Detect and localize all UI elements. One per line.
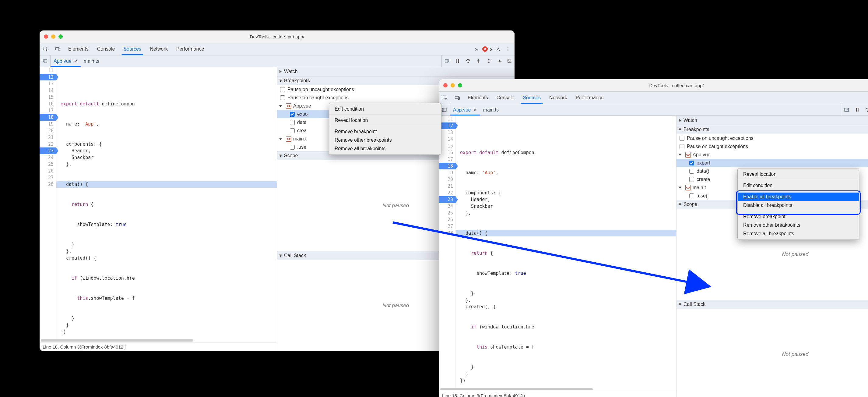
bp-line-12[interactable]: export 12 [677, 159, 868, 167]
titlebar[interactable]: DevTools - coffee-cart.app/ [439, 79, 868, 92]
error-icon: ✕ [482, 46, 488, 52]
bp-file-app-vue[interactable]: <>App.vue [677, 150, 868, 159]
menu-remove-other-bps[interactable]: Remove other breakpoints [329, 136, 441, 144]
close-button[interactable] [44, 34, 48, 39]
svg-rect-10 [458, 59, 459, 63]
titlebar[interactable]: DevTools - coffee-cart.app/ [39, 30, 515, 43]
cursor-position: Line 18, Column 3 [442, 393, 479, 397]
context-menu[interactable]: Reveal location Edit condition Enable al… [737, 168, 859, 240]
window-title: DevTools - coffee-cart.app/ [43, 34, 511, 39]
context-menu[interactable]: Edit condition Reveal location Remove br… [329, 103, 441, 155]
tab-performance[interactable]: Performance [172, 43, 209, 55]
inspect-icon[interactable] [39, 43, 52, 55]
svg-point-3 [497, 49, 499, 50]
inspect-icon[interactable] [439, 92, 451, 104]
tab-sources[interactable]: Sources [119, 43, 146, 55]
main-toolbar: Elements Console Sources Network Perform… [439, 92, 868, 104]
tab-elements[interactable]: Elements [64, 43, 93, 55]
close-button[interactable] [443, 83, 447, 87]
devtools-window-right: DevTools - coffee-cart.app/ Elements Con… [439, 79, 868, 397]
tab-network[interactable]: Network [146, 43, 172, 55]
minimize-button[interactable] [51, 34, 55, 39]
menu-disable-all-bps[interactable]: Disable all breakpoints [738, 201, 859, 209]
menu-remove-all-bps[interactable]: Remove all breakpoints [329, 144, 441, 153]
vue-file-icon: <> [286, 103, 291, 109]
svg-point-12 [478, 62, 479, 63]
tab-elements[interactable]: Elements [463, 92, 492, 104]
debugger-pane: Watch Breakpoints Pause on uncaught exce… [677, 116, 868, 397]
pause-icon[interactable] [453, 55, 463, 67]
window-title: DevTools - coffee-cart.app/ [443, 83, 868, 88]
svg-point-26 [867, 111, 868, 112]
svg-rect-9 [456, 59, 457, 63]
menu-enable-all-bps[interactable]: Enable all breakpoints [738, 193, 859, 201]
maximize-button[interactable] [58, 34, 63, 39]
kebab-icon[interactable] [503, 47, 512, 52]
navigator-toggle-icon[interactable] [39, 55, 51, 67]
minimize-button[interactable] [451, 83, 455, 87]
tab-network[interactable]: Network [545, 92, 571, 104]
close-file-icon[interactable]: ✕ [473, 108, 477, 112]
source-map-link[interactable]: index-8bfa4912.j [92, 344, 126, 349]
section-breakpoints[interactable]: Breakpoints [677, 125, 868, 134]
tab-sources[interactable]: Sources [519, 92, 545, 104]
file-tab-main-ts[interactable]: main.ts [81, 55, 102, 67]
menu-edit-condition[interactable]: Edit condition [738, 181, 859, 190]
file-tab-main-ts[interactable]: main.ts [480, 104, 502, 115]
code-view[interactable]: 11 12 131415 1617 18 19202122 23 2425262… [439, 116, 676, 388]
file-tabs: App.vue✕ main.ts [51, 55, 441, 67]
file-tab-app-vue[interactable]: App.vue✕ [51, 55, 81, 67]
traffic-lights [44, 34, 63, 39]
debugger-toggle-icon[interactable] [841, 104, 852, 115]
svg-rect-24 [856, 108, 857, 112]
code-lines[interactable]: export default defineCompon name: 'App',… [56, 67, 277, 339]
step-into-icon[interactable] [473, 55, 484, 67]
section-watch[interactable]: Watch [677, 116, 868, 125]
step-icon[interactable] [494, 55, 504, 67]
tab-console[interactable]: Console [492, 92, 519, 104]
code-view[interactable]: 11 12 131415 1617 18 19202122 23 2425262… [39, 67, 277, 339]
menu-remove-breakpoint[interactable]: Remove breakpoint [738, 212, 859, 221]
device-icon[interactable] [52, 43, 64, 55]
maximize-button[interactable] [458, 83, 462, 87]
step-over-icon[interactable] [862, 104, 868, 115]
pause-icon[interactable] [852, 104, 862, 115]
settings-icon[interactable] [494, 47, 502, 52]
more-tabs-icon[interactable]: » [472, 46, 481, 53]
svg-point-4 [507, 47, 508, 48]
devtools-tabs: Elements Console Sources Network Perform… [64, 43, 472, 55]
device-icon[interactable] [451, 92, 463, 104]
vue-file-icon: <> [685, 152, 691, 158]
section-watch[interactable]: Watch [277, 67, 515, 76]
editor-status: Line 18, Column 3 (From index-8bfa4912.j [39, 342, 277, 351]
menu-reveal-location[interactable]: Reveal location [329, 116, 441, 124]
step-out-icon[interactable] [484, 55, 494, 67]
debugger-toggle-icon[interactable] [441, 55, 453, 67]
callstack-not-paused: Not paused [677, 309, 868, 397]
horizontal-scrollbar[interactable] [439, 388, 676, 391]
menu-remove-other-bps[interactable]: Remove other breakpoints [738, 221, 859, 229]
tab-console[interactable]: Console [93, 43, 119, 55]
step-over-icon[interactable] [463, 55, 473, 67]
pause-uncaught-checkbox[interactable]: Pause on uncaught exceptions [677, 134, 868, 142]
editor-pane: 11 12 131415 1617 18 19202122 23 2425262… [39, 67, 277, 351]
line-gutter[interactable]: 11 12 131415 1617 18 19202122 23 2425262… [39, 67, 56, 339]
deactivate-breakpoints-icon[interactable] [504, 55, 515, 67]
horizontal-scrollbar[interactable] [39, 339, 277, 342]
menu-remove-breakpoint[interactable]: Remove breakpoint [329, 127, 441, 136]
error-badge[interactable]: ✕ 2 [482, 46, 493, 52]
svg-rect-16 [455, 96, 458, 98]
svg-point-14 [500, 61, 501, 61]
pause-caught-checkbox[interactable]: Pause on caught exceptions [677, 142, 868, 150]
code-lines[interactable]: export default defineCompon name: 'App',… [456, 116, 676, 388]
menu-edit-condition[interactable]: Edit condition [329, 105, 441, 113]
menu-remove-all-bps[interactable]: Remove all breakpoints [738, 229, 859, 238]
tab-performance[interactable]: Performance [571, 92, 608, 104]
close-file-icon[interactable]: ✕ [74, 59, 78, 64]
section-call-stack[interactable]: Call Stack [677, 300, 868, 309]
file-tab-app-vue[interactable]: App.vue✕ [450, 104, 480, 115]
ts-file-icon: <> [286, 136, 291, 142]
menu-reveal-location[interactable]: Reveal location [738, 170, 859, 178]
line-gutter[interactable]: 11 12 131415 1617 18 19202122 23 2425262… [439, 116, 456, 388]
source-map-link[interactable]: index-8bfa4912.j [491, 393, 525, 397]
